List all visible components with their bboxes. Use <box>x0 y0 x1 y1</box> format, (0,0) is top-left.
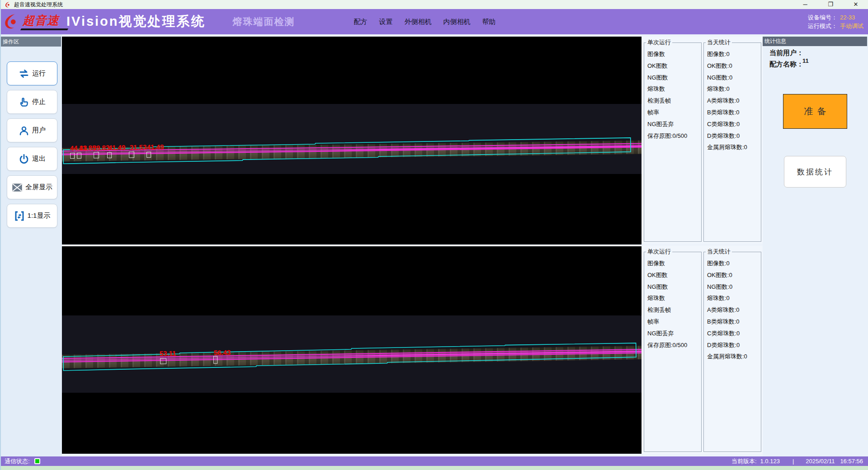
detection-box <box>160 358 166 364</box>
user-icon <box>19 125 29 136</box>
stat-row: 熔珠数:0 <box>707 292 761 304</box>
daily-stats-title: 当天统计 <box>706 38 732 47</box>
data-statistics-button[interactable]: 数据统计 <box>784 156 846 188</box>
close-button[interactable]: ✕ <box>851 0 861 9</box>
version-label: 当前版本: <box>731 457 757 465</box>
stat-row: 检测丢帧 <box>647 304 701 316</box>
stat-row: A类熔珠数:0 <box>707 304 761 316</box>
single-run-rows: 图像数OK图数NG图数熔珠数检测丢帧帧率NG图丢弃保存原图:0/500 <box>644 256 701 351</box>
menu-item[interactable]: 内侧相机 <box>443 18 471 26</box>
inspection-mode-subtitle: 熔珠端面检测 <box>233 15 295 28</box>
stat-row: 保存原图:0/500 <box>647 130 701 142</box>
one-to-one-button[interactable]: 1:1显示 <box>7 204 57 228</box>
current-date: 2025/02/11 <box>806 458 835 465</box>
prepare-button[interactable]: 准备 <box>783 94 847 129</box>
stat-row: NG图数:0 <box>707 72 761 84</box>
camera-image-area: 44.33 41.85 39.83 41.49 31.53 41.49 <box>62 34 642 456</box>
version-value: 1.0.123 <box>760 458 780 465</box>
content-area: 操作区 运行 停止 <box>1 34 868 456</box>
stat-row: 熔珠数 <box>647 83 701 95</box>
outer-camera-stats-panel: 单次运行 图像数OK图数NG图数熔珠数检测丢帧帧率NG图丢弃保存原图:0/500… <box>642 37 763 244</box>
detection-box <box>70 153 75 159</box>
stat-row: NG图数 <box>647 281 701 293</box>
product-title: IVision视觉处理系统 <box>66 13 206 31</box>
stat-row: 保存原图:0/500 <box>647 339 701 351</box>
weld-strip-overlay: 53.11 56.43 <box>62 347 642 367</box>
brand-underline <box>20 28 68 30</box>
status-bar: 通信状态: 当前版本: 1.0.123 | 2025/02/11 16:57:5… <box>1 456 868 466</box>
stat-row: OK图数:0 <box>707 269 761 281</box>
stat-row: D类熔珠数:0 <box>707 339 761 351</box>
single-run-group: 单次运行 图像数OK图数NG图数熔珠数检测丢帧帧率NG图丢弃保存原图:0/500 <box>644 248 702 452</box>
detection-box <box>129 151 134 158</box>
outer-camera-view[interactable]: 44.33 41.85 39.83 41.49 31.53 41.49 <box>62 37 642 244</box>
measurement-label: 53.11 <box>160 349 176 357</box>
single-run-group: 单次运行 图像数OK图数NG图数熔珠数检测丢帧帧率NG图丢弃保存原图:0/500 <box>644 38 702 242</box>
stat-row: OK图数 <box>647 269 701 281</box>
app-window: 超音速视觉处理系统 ─ ❐ ✕ 超音速 IVision视觉处理系统 熔珠端面检测… <box>0 0 868 470</box>
window-controls: ─ ❐ ✕ <box>800 0 865 9</box>
header-bar: 超音速 IVision视觉处理系统 熔珠端面检测 配方设置外侧相机内侧相机帮助 … <box>1 9 868 34</box>
single-run-rows: 图像数OK图数NG图数熔珠数检测丢帧帧率NG图丢弃保存原图:0/500 <box>644 47 701 141</box>
statistics-info-title: 统计信息 <box>763 37 867 46</box>
inner-camera-stats-panel: 单次运行 图像数OK图数NG图数熔珠数检测丢帧帧率NG图丢弃保存原图:0/500… <box>642 246 763 454</box>
measurement-label: 56.43 <box>214 348 231 357</box>
stat-row: NG图数:0 <box>707 281 761 293</box>
stat-row: 图像数 <box>647 48 701 60</box>
stat-row: A类熔珠数:0 <box>707 95 761 107</box>
menu-item[interactable]: 外侧相机 <box>405 18 432 26</box>
stat-row: 检测丢帧 <box>647 95 701 107</box>
stat-row: NG图数 <box>647 72 701 84</box>
stat-row: OK图数 <box>647 60 701 72</box>
brand-block: 超音速 IVision视觉处理系统 熔珠端面检测 <box>1 9 295 34</box>
titlebar: 超音速视觉处理系统 ─ ❐ ✕ <box>1 0 868 9</box>
power-icon <box>19 154 29 164</box>
detection-box <box>213 356 217 364</box>
stat-row: D类熔珠数:0 <box>707 130 761 142</box>
inner-camera-view[interactable]: 53.11 56.43 <box>62 246 642 454</box>
run-mode-label: 运行模式： <box>808 23 837 29</box>
daily-stats-group: 当天统计 图像数:0OK图数:0NG图数:0熔珠数:0A类熔珠数:0B类熔珠数:… <box>703 248 761 452</box>
exit-button[interactable]: 退出 <box>7 147 57 171</box>
daily-stats-rows: 图像数:0OK图数:0NG图数:0熔珠数:0A类熔珠数:0B类熔珠数:0C类熔珠… <box>704 47 761 153</box>
stat-row: B类熔珠数:0 <box>707 316 761 328</box>
fullscreen-icon <box>12 182 23 193</box>
operation-sidebar: 操作区 运行 停止 <box>1 34 62 456</box>
daily-stats-title: 当天统计 <box>706 248 732 256</box>
stat-row: C类熔珠数:0 <box>707 328 761 339</box>
daily-stats-group: 当天统计 图像数:0OK图数:0NG图数:0熔珠数:0A类熔珠数:0B类熔珠数:… <box>703 38 761 242</box>
run-button[interactable]: 运行 <box>7 61 57 85</box>
minimize-button[interactable]: ─ <box>800 0 810 9</box>
current-user-label: 当前用户： <box>769 49 803 57</box>
detection-box <box>77 153 81 159</box>
exit-button-label: 退出 <box>32 155 46 163</box>
comm-status-indicator <box>34 458 40 464</box>
window-title: 超音速视觉处理系统 <box>14 1 63 9</box>
menu-item[interactable]: 设置 <box>379 18 393 26</box>
recipe-name-value: 11 <box>802 57 809 64</box>
current-time: 16:57:56 <box>840 458 863 465</box>
version-time-block: 当前版本: 1.0.123 | 2025/02/11 16:57:56 <box>731 457 868 465</box>
stop-hand-icon <box>19 97 29 108</box>
one-to-one-button-label: 1:1显示 <box>28 212 51 220</box>
maximize-button[interactable]: ❐ <box>826 0 835 9</box>
menu-item[interactable]: 帮助 <box>482 18 496 26</box>
device-number-value: 22-33 <box>840 14 855 21</box>
run-arrows-icon <box>19 68 29 79</box>
sidebar-buttons: 运行 停止 用户 <box>7 61 57 228</box>
stop-button[interactable]: 停止 <box>7 90 57 114</box>
operation-area-title: 操作区 <box>1 37 61 47</box>
brand-swoosh-icon <box>3 13 21 31</box>
user-button-label: 用户 <box>32 126 46 135</box>
run-mode-value: 手动调试 <box>840 23 863 29</box>
menu-item[interactable]: 配方 <box>354 18 368 26</box>
stat-row: 金属屑熔珠数:0 <box>707 141 761 153</box>
stat-row: B类熔珠数:0 <box>707 107 761 118</box>
fullscreen-button[interactable]: 全屏显示 <box>7 175 57 199</box>
weld-strip-overlay: 44.33 41.85 39.83 41.49 31.53 41.49 <box>62 141 642 160</box>
user-button[interactable]: 用户 <box>7 118 57 142</box>
main-menu: 配方设置外侧相机内侧相机帮助 <box>354 18 496 26</box>
stat-row: NG图丢弃 <box>647 328 701 339</box>
one-to-one-icon <box>14 211 25 221</box>
measurement-label: 39.83 <box>93 144 110 151</box>
